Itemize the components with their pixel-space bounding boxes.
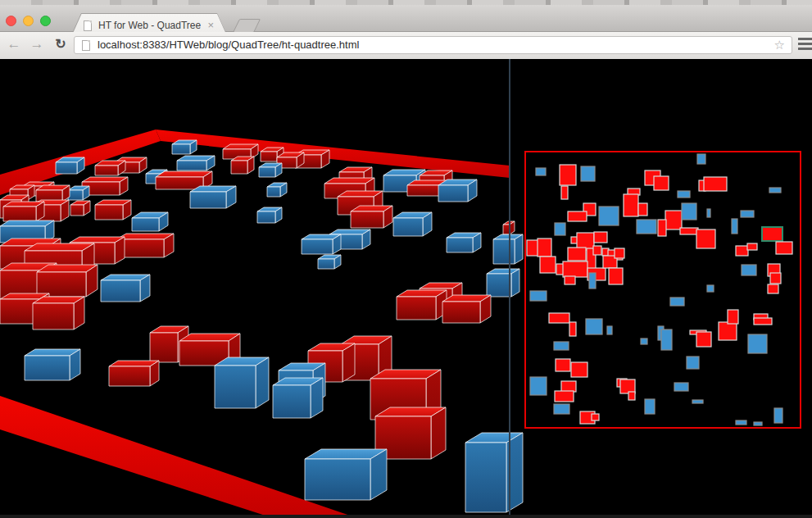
minimap-node-red[interactable] <box>538 239 551 257</box>
blue-box-3d[interactable] <box>257 207 282 223</box>
minimap-node-red[interactable] <box>628 392 635 400</box>
blue-box-3d[interactable] <box>56 157 84 174</box>
minimap-node-blue[interactable] <box>645 399 655 414</box>
blue-box-3d[interactable] <box>318 255 341 269</box>
minimap-node-red[interactable] <box>556 359 570 371</box>
address-bar[interactable]: localhost:8383/HTWeb/blog/QuadTree/ht-qu… <box>74 36 792 54</box>
zoom-button[interactable] <box>40 16 51 26</box>
blue-box-3d[interactable] <box>465 433 523 512</box>
blue-box-3d[interactable] <box>259 163 282 177</box>
minimap-node-blue[interactable] <box>607 326 612 334</box>
red-box-3d[interactable] <box>37 265 98 297</box>
blue-box-3d[interactable] <box>172 140 197 154</box>
minimap-node-red[interactable] <box>555 391 574 402</box>
red-box-3d[interactable] <box>116 234 174 257</box>
minimap-node-blue[interactable] <box>707 285 714 292</box>
minimap-node-red[interactable] <box>696 229 715 248</box>
minimap-node-blue[interactable] <box>687 357 699 369</box>
minimap-canvas[interactable] <box>525 152 801 428</box>
red-box-3d[interactable] <box>3 202 44 221</box>
minimap-node-red[interactable] <box>615 248 624 258</box>
back-icon[interactable]: ← <box>4 34 24 54</box>
blue-box-3d[interactable] <box>101 275 150 302</box>
minimap-node-blue[interactable] <box>555 223 565 235</box>
minimap-node-blue[interactable] <box>742 265 756 275</box>
minimap-node-selected[interactable] <box>762 227 783 241</box>
minimap-node-red[interactable] <box>563 261 587 277</box>
blue-box-3d[interactable] <box>132 212 168 231</box>
minimap-node-blue[interactable] <box>530 291 547 301</box>
minimap-node-red[interactable] <box>592 414 599 420</box>
minimap-node-red[interactable] <box>561 186 568 199</box>
minimap-node-red[interactable] <box>624 194 638 216</box>
minimap-node-blue[interactable] <box>736 420 746 425</box>
minimap-node-red[interactable] <box>593 246 601 255</box>
minimap-node-blue[interactable] <box>692 400 703 403</box>
blue-box-3d[interactable] <box>177 156 215 170</box>
minimap-node-red[interactable] <box>565 276 575 284</box>
blue-box-3d[interactable] <box>25 349 80 380</box>
blue-box-3d[interactable] <box>493 234 523 264</box>
red-box-3d[interactable] <box>70 201 90 216</box>
blue-box-3d[interactable] <box>267 183 287 197</box>
new-tab-button[interactable] <box>233 19 261 33</box>
minimap-node-red[interactable] <box>776 242 792 254</box>
minimap-node-red[interactable] <box>568 248 586 261</box>
red-box-3d[interactable] <box>95 161 125 175</box>
minimap-node-blue[interactable] <box>554 404 569 414</box>
blue-box-3d[interactable] <box>302 234 341 254</box>
minimap-node-red[interactable] <box>728 310 738 324</box>
blue-box-3d[interactable] <box>305 449 387 500</box>
minimap-node-red[interactable] <box>609 268 623 284</box>
minimap-node-red[interactable] <box>549 313 569 323</box>
minimap-node-blue[interactable] <box>599 207 619 225</box>
minimap-node-red[interactable] <box>571 362 587 377</box>
minimap-node-red[interactable] <box>654 176 669 190</box>
minimap-node-blue[interactable] <box>741 211 754 217</box>
minimap-node-blue[interactable] <box>707 209 710 217</box>
menu-icon[interactable] <box>798 38 812 52</box>
close-button[interactable] <box>6 16 16 26</box>
minimap-node-blue[interactable] <box>774 408 783 423</box>
minimap-node-red[interactable] <box>754 318 772 325</box>
blue-box-3d[interactable] <box>447 233 481 252</box>
red-box-3d[interactable] <box>33 297 84 329</box>
minimap-node-blue[interactable] <box>586 319 602 334</box>
blue-box-3d[interactable] <box>68 186 89 200</box>
blue-box-3d[interactable] <box>487 269 519 297</box>
minimap-node-red[interactable] <box>770 273 781 284</box>
blue-box-3d[interactable] <box>215 357 269 408</box>
red-box-3d[interactable] <box>95 200 131 220</box>
minimap-node-blue[interactable] <box>674 383 688 391</box>
minimap-node-red[interactable] <box>680 228 698 234</box>
minimap-node-red[interactable] <box>736 246 748 256</box>
minimap-node-blue[interactable] <box>581 166 595 181</box>
minimap-node-red[interactable] <box>747 243 757 250</box>
panel-divider[interactable] <box>509 59 510 518</box>
quadtree-3d-scene-canvas[interactable] <box>0 59 812 518</box>
minimize-button[interactable] <box>23 16 34 26</box>
minimap-node-red[interactable] <box>560 165 576 185</box>
minimap-node-red[interactable] <box>704 177 727 191</box>
minimap-node-blue[interactable] <box>661 329 672 350</box>
red-box-3d[interactable] <box>351 206 392 228</box>
minimap-node-red[interactable] <box>665 211 682 229</box>
minimap-node-red[interactable] <box>638 203 647 216</box>
minimap-node-blue[interactable] <box>732 219 737 234</box>
minimap-node-red[interactable] <box>540 257 556 273</box>
red-box-3d[interactable] <box>36 185 70 202</box>
red-box-3d[interactable] <box>231 157 254 174</box>
reload-icon[interactable]: ↻ <box>51 34 70 54</box>
minimap-node-blue[interactable] <box>589 273 596 289</box>
forward-icon[interactable]: → <box>27 34 47 54</box>
red-box-3d[interactable] <box>442 295 491 323</box>
blue-box-3d[interactable] <box>190 186 236 208</box>
browser-titlebar[interactable]: HT for Web - QuadTree × <box>0 5 812 32</box>
tab-close-icon[interactable]: × <box>207 19 214 31</box>
bookmark-star-icon[interactable]: ☆ <box>774 38 785 52</box>
red-box-3d[interactable] <box>397 290 447 320</box>
red-box-3d[interactable] <box>109 361 159 386</box>
minimap-node-blue[interactable] <box>748 334 767 353</box>
minimap-node-red[interactable] <box>568 211 587 221</box>
minimap-node-red[interactable] <box>658 220 666 236</box>
